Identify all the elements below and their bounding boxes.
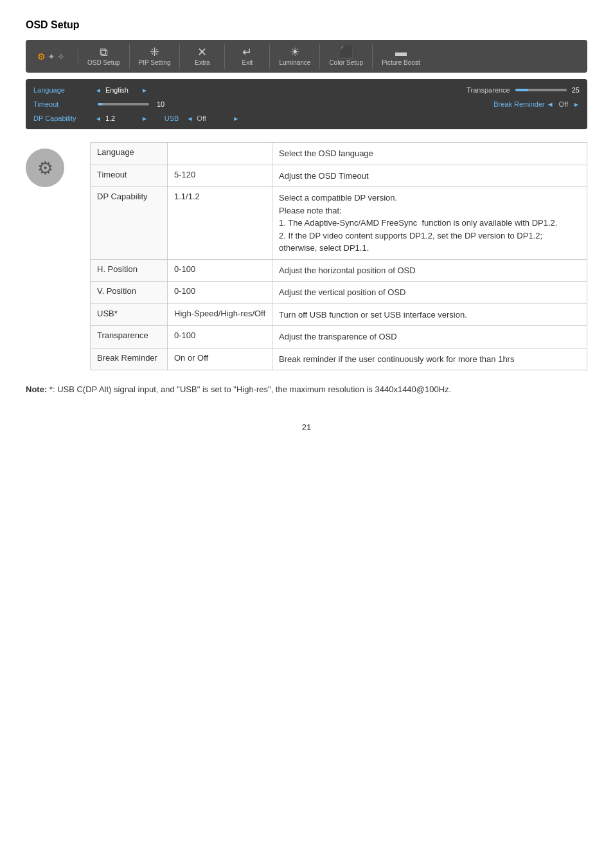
star-icon: ✧ — [57, 51, 65, 62]
table-row: H. Position 0-100 Adjust the horizontal … — [91, 259, 587, 282]
feature-transparence: Transparence — [91, 326, 168, 348]
page-number: 21 — [26, 422, 587, 432]
desc-vpos: Adjust the vertical position of OSD — [272, 282, 587, 304]
table-row: USB* High-Speed/High-res/Off Turn off US… — [91, 303, 587, 326]
table-row: DP Capability 1.1/1.2 Select a compatibl… — [91, 187, 587, 260]
dp-capability-value: 1.2 — [105, 114, 138, 122]
feature-language: Language — [91, 143, 168, 165]
timeout-fill — [98, 103, 103, 105]
osd-row-dp: DP Capability ◄ 1.2 ► USB ◄ Off ► — [33, 113, 580, 124]
timeout-slider — [98, 103, 149, 105]
values-break: On or Off — [168, 348, 272, 370]
game-label: PIP Setting — [139, 59, 171, 66]
pip-icon: ⧉ — [100, 46, 108, 58]
usb-right-arrow[interactable]: ► — [233, 115, 239, 122]
language-right-arrow[interactable]: ► — [141, 87, 148, 94]
pictureboost-icon: ▬ — [395, 46, 407, 58]
osd-setup-icon: ⚙ — [26, 149, 64, 187]
sun-icon: ✦ — [48, 51, 55, 62]
desc-usb: Turn off USB function or set USB interfa… — [272, 303, 587, 326]
osd-menu-item-pictureboost[interactable]: ▬ Picture Boost — [373, 44, 429, 69]
osd-menu-icons: ⚙ ✦ ✧ — [37, 51, 73, 62]
usb-left-arrow[interactable]: ◄ — [186, 115, 193, 122]
exit-label: Exit — [242, 59, 253, 66]
transparence-section: Transparence 25 — [466, 86, 580, 94]
table-row: Timeout 5-120 Adjust the OSD Timeout — [91, 165, 587, 187]
dp-capability-label: DP Capability — [33, 114, 91, 122]
osd-row-timeout: Timeout 10 Break Reminder ◄ Off ► — [33, 98, 580, 110]
osd-panel: Language ◄ English ► Transparence 25 Tim… — [26, 79, 587, 129]
transparence-label: Transparence — [466, 86, 510, 94]
feature-dp: DP Capability — [91, 187, 168, 260]
break-reminder-section: Break Reminder ◄ Off ► — [493, 100, 580, 108]
desc-dp: Select a compatible DP version.Please no… — [272, 187, 587, 260]
game-icon: ⁜ — [150, 46, 159, 58]
info-icon-area: ⚙ — [26, 142, 77, 370]
osd-row-language: Language ◄ English ► Transparence 25 — [33, 84, 580, 96]
luminance-icon: ☀ — [290, 46, 300, 58]
values-timeout: 5-120 — [168, 165, 272, 187]
note-label: Note: — [26, 384, 47, 394]
feature-usb: USB* — [91, 303, 168, 326]
pictureboost-label: Picture Boost — [382, 59, 420, 66]
language-left-arrow[interactable]: ◄ — [95, 87, 102, 94]
desc-language: Select the OSD language — [272, 143, 587, 165]
desc-timeout: Adjust the OSD Timeout — [272, 165, 587, 187]
transparence-slider — [515, 89, 567, 91]
feature-hpos: H. Position — [91, 259, 168, 282]
extra-icon: ✕ — [197, 46, 207, 58]
luminance-label: Luminance — [279, 59, 310, 66]
exit-icon: ↵ — [242, 46, 252, 58]
extra-label: Extra — [195, 59, 209, 66]
osd-menu-item-exit[interactable]: ↵ Exit — [225, 44, 270, 69]
osd-menu-item-luminance[interactable]: ☀ Luminance — [270, 44, 320, 69]
usb-label: USB — [164, 114, 179, 122]
values-transparence: 0-100 — [168, 326, 272, 348]
language-value: English — [105, 86, 138, 94]
usb-value: Off — [197, 114, 229, 122]
info-table: Language Select the OSD language Timeout… — [90, 142, 587, 370]
timeout-value: 10 — [157, 100, 189, 108]
dp-right-arrow[interactable]: ► — [141, 115, 148, 122]
transparence-fill — [515, 89, 528, 91]
timeout-label: Timeout — [33, 100, 91, 108]
table-row: Language Select the OSD language — [91, 143, 587, 165]
break-reminder-arrow[interactable]: ► — [573, 101, 580, 108]
gear-icon: ⚙ — [37, 51, 46, 62]
feature-break: Break Reminder — [91, 348, 168, 370]
page-title: OSD Setup — [26, 19, 587, 31]
values-dp: 1.1/1.2 — [168, 187, 272, 260]
desc-hpos: Adjust the horizontal position of OSD — [272, 259, 587, 282]
break-reminder-label: Break Reminder ◄ — [493, 100, 553, 108]
osd-menu-item-extra[interactable]: ✕ Extra — [180, 44, 225, 69]
table-row: Transparence 0-100 Adjust the transparen… — [91, 326, 587, 348]
note-section: Note: *: USB C(DP Alt) signal input, and… — [26, 383, 587, 397]
osd-menu-item-pip[interactable]: ⧉ OSD Setup — [78, 44, 130, 69]
values-hpos: 0-100 — [168, 259, 272, 282]
table-row: V. Position 0-100 Adjust the vertical po… — [91, 282, 587, 304]
feature-vpos: V. Position — [91, 282, 168, 304]
info-section: ⚙ Language Select the OSD language Timeo… — [26, 142, 587, 370]
language-label: Language — [33, 86, 91, 94]
colorsetup-label: Color Setup — [329, 59, 363, 66]
feature-timeout: Timeout — [91, 165, 168, 187]
values-vpos: 0-100 — [168, 282, 272, 304]
osd-menu-item-osdsetup[interactable]: ⚙ ✦ ✧ — [32, 49, 78, 64]
osd-menu-item-game[interactable]: ⁜ PIP Setting — [130, 44, 181, 69]
osd-menu-item-colorsetup[interactable]: ⬛ Color Setup — [320, 44, 373, 69]
transparence-value: 25 — [572, 86, 580, 94]
desc-transparence: Adjust the transparence of OSD — [272, 326, 587, 348]
desc-break: Break reminder if the user continuously … — [272, 348, 587, 370]
values-usb: High-Speed/High-res/Off — [168, 303, 272, 326]
note-text: *: USB C(DP Alt) signal input, and "USB"… — [49, 384, 451, 394]
break-reminder-value: Off — [559, 100, 568, 108]
table-row: Break Reminder On or Off Break reminder … — [91, 348, 587, 370]
osd-menu: ⚙ ✦ ✧ ⧉ OSD Setup ⁜ PIP Setting ✕ Extra … — [26, 40, 587, 73]
colorsetup-icon: ⬛ — [339, 46, 353, 58]
pip-label: OSD Setup — [87, 59, 120, 66]
dp-left-arrow[interactable]: ◄ — [95, 115, 102, 122]
values-language — [168, 143, 272, 165]
